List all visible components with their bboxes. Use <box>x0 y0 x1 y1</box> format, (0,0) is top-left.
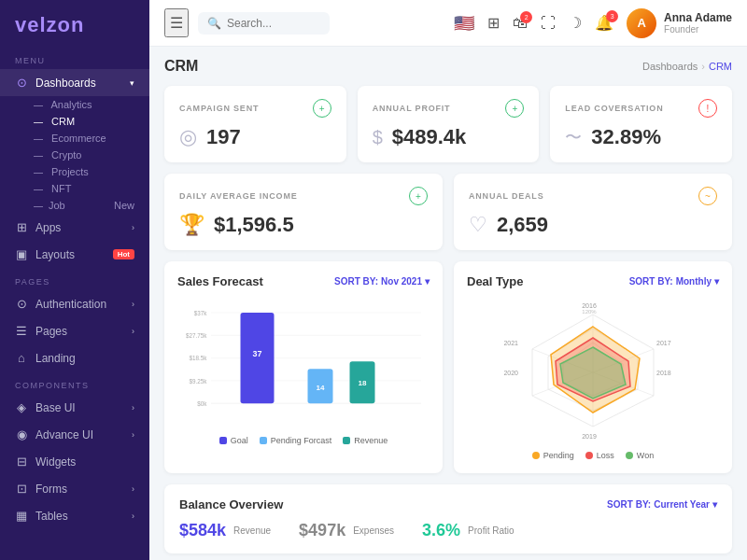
stat-icon-profit: + <box>505 99 524 118</box>
new-badge: New <box>114 200 134 211</box>
svg-text:2018: 2018 <box>656 370 671 376</box>
sidebar-item-label: Widgets <box>35 455 76 469</box>
user-name: Anna Adame <box>664 11 732 24</box>
stat-card-lead: LEAD COVERSATION ! 〜 32.89% <box>550 86 732 162</box>
profit-icon: $ <box>373 127 383 148</box>
deals-icon: ♡ <box>469 213 487 237</box>
topbar-icons: 🇺🇸 ⊞ 🛍 2 ⛶ ☽ 🔔 3 A Anna Adame Founder <box>454 8 732 38</box>
sidebar-item-apps[interactable]: ⊞ Apps › <box>0 214 149 241</box>
chevron-down-icon: ▾ <box>130 78 134 88</box>
sidebar-item-tables[interactable]: ▦ Tables › <box>0 502 149 529</box>
stat-value-income: $1,596.5 <box>214 213 294 237</box>
balance-sort-button[interactable]: SORT BY: Current Year ▾ <box>607 499 717 510</box>
radar-chart: 2016 120% 2017 2018 2019 2020 2021 <box>467 298 719 447</box>
svg-text:$27.75k: $27.75k <box>186 332 207 339</box>
stat-label-profit: ANNUAL PROFIT <box>373 104 451 113</box>
chevron-right-icon: › <box>132 300 134 309</box>
sidebar-item-widgets[interactable]: ⊟ Widgets <box>0 448 149 475</box>
breadcrumb-bar: CRM Dashboards › CRM <box>164 58 732 75</box>
stat-card-profit: ANNUAL PROFIT + $ $489.4k <box>358 86 540 162</box>
legend-revenue: Revenue <box>343 436 388 445</box>
user-avatar-button[interactable]: A Anna Adame Founder <box>627 8 732 38</box>
sidebar-item-dashboards[interactable]: ⊙ Dashboards ▾ <box>0 69 149 96</box>
sidebar-item-crm[interactable]: CRM <box>0 113 149 130</box>
search-input[interactable] <box>227 17 320 30</box>
sales-forecast-title: Sales Forecast <box>177 274 263 288</box>
sidebar-item-authentication[interactable]: ⊙ Authentication › <box>0 290 149 317</box>
stat-icon-lead: ! <box>698 99 717 118</box>
bag-badge: 2 <box>520 11 532 23</box>
sales-sort-button[interactable]: SORT BY: Nov 2021 ▾ <box>334 276 430 287</box>
deal-sort-button[interactable]: SORT BY: Monthly ▾ <box>629 276 719 287</box>
sidebar-item-label: Layouts <box>35 248 75 261</box>
sidebar-item-label: Tables <box>35 510 68 523</box>
chevron-right-icon: › <box>132 484 134 494</box>
sidebar-item-label: Authentication <box>35 298 106 311</box>
sidebar-item-label: Apps <box>35 221 61 234</box>
stat-icon-deals: ~ <box>698 187 717 205</box>
fullscreen-button[interactable]: ⛶ <box>541 15 556 32</box>
stat-value-profit: $489.4k <box>392 125 467 149</box>
stat-label-deals: ANNUAL DEALS <box>469 191 543 201</box>
campaign-icon: ◎ <box>179 125 197 149</box>
theme-button[interactable]: ☽ <box>569 14 582 32</box>
svg-text:37: 37 <box>252 349 261 358</box>
notification-badge: 3 <box>606 10 618 22</box>
sidebar-item-layouts[interactable]: ▣ Layouts Hot <box>0 241 149 268</box>
baseui-icon: ◈ <box>15 400 28 414</box>
apps-icon: ⊞ <box>15 220 28 234</box>
avatar: A <box>627 8 656 38</box>
widgets-icon: ⊟ <box>15 455 28 469</box>
sidebar-item-ecommerce[interactable]: Ecommerce <box>0 130 149 147</box>
balance-overview-card: Balance Overview SORT BY: Current Year ▾… <box>164 484 732 553</box>
lead-icon: 〜 <box>565 126 582 148</box>
app-logo: velzon <box>0 0 149 47</box>
notifications-button[interactable]: 🔔 3 <box>595 14 613 32</box>
forms-icon: ⊡ <box>15 482 28 496</box>
chevron-right-icon: › <box>132 430 134 440</box>
svg-text:18: 18 <box>359 379 367 387</box>
legend-goal: Goal <box>219 436 248 445</box>
expenses-value: $497k <box>299 521 345 540</box>
svg-text:$9.25k: $9.25k <box>190 378 208 385</box>
sidebar-item-crypto[interactable]: Crypto <box>0 147 149 163</box>
sidebar-item-label: Landing <box>35 352 76 365</box>
breadcrumb-current: CRM <box>709 61 732 72</box>
stat-value-deals: 2,659 <box>497 213 548 237</box>
menu-section-label: MENU <box>0 47 149 69</box>
sidebar-item-advance-ui[interactable]: ◉ Advance UI › <box>0 421 149 448</box>
deal-type-title: Deal Type <box>467 274 523 288</box>
advanceui-icon: ◉ <box>15 427 28 441</box>
chevron-right-icon: › <box>132 511 134 521</box>
sidebar-item-job[interactable]: Job New <box>0 197 149 214</box>
search-box: 🔍 <box>198 12 330 35</box>
breadcrumb: Dashboards › CRM <box>642 61 732 72</box>
stat-value-campaign: 197 <box>206 125 241 149</box>
sidebar-item-forms[interactable]: ⊡ Forms › <box>0 475 149 502</box>
sidebar-item-pages[interactable]: ☰ Pages › <box>0 317 149 344</box>
legend-loss: Loss <box>585 451 614 460</box>
sidebar-item-nft[interactable]: NFT <box>0 180 149 197</box>
expenses-label: Expenses <box>353 525 394 536</box>
sidebar-item-label: Dashboards <box>35 77 96 90</box>
sales-forecast-card: Sales Forecast SORT BY: Nov 2021 ▾ <box>164 261 443 473</box>
sidebar-item-analytics[interactable]: Analytics <box>0 96 149 113</box>
grid-button[interactable]: ⊞ <box>487 14 500 32</box>
sidebar-item-base-ui[interactable]: ◈ Base UI › <box>0 394 149 421</box>
svg-text:$18.5k: $18.5k <box>190 355 208 361</box>
balance-stats: $584k Revenue $497k Expenses 3.6% Profit… <box>179 521 717 540</box>
page-content: CRM Dashboards › CRM CAMPAIGN SENT + ◎ 1… <box>149 47 747 560</box>
sidebar-item-landing[interactable]: ⌂ Landing <box>0 344 149 371</box>
sidebar-item-label: Advance UI <box>35 428 93 441</box>
hamburger-button[interactable]: ☰ <box>164 8 189 37</box>
bag-button[interactable]: 🛍 2 <box>513 15 528 32</box>
sidebar-item-label: Pages <box>35 325 67 338</box>
breadcrumb-dashboards[interactable]: Dashboards <box>642 61 698 72</box>
svg-text:$0k: $0k <box>197 400 207 407</box>
balance-profit: 3.6% Profit Ratio <box>422 521 514 540</box>
chevron-right-icon: › <box>132 223 134 232</box>
sidebar-item-projects[interactable]: Projects <box>0 163 149 180</box>
main-content: ☰ 🔍 🇺🇸 ⊞ 🛍 2 ⛶ ☽ 🔔 3 A Anna <box>149 0 747 560</box>
flag-button[interactable]: 🇺🇸 <box>454 13 474 34</box>
balance-title: Balance Overview <box>179 497 283 511</box>
